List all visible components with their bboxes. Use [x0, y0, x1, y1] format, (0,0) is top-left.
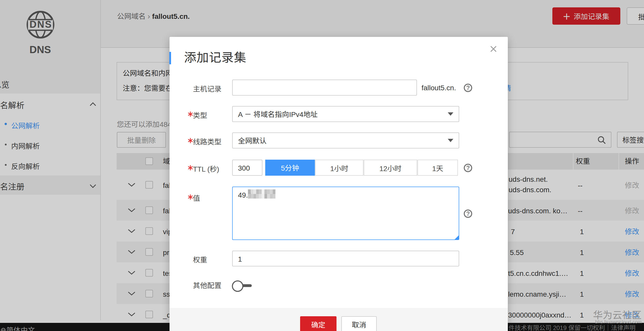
svg-text:?: ?: [466, 210, 470, 217]
svg-text:?: ?: [466, 165, 470, 171]
svg-text:?: ?: [466, 85, 470, 91]
